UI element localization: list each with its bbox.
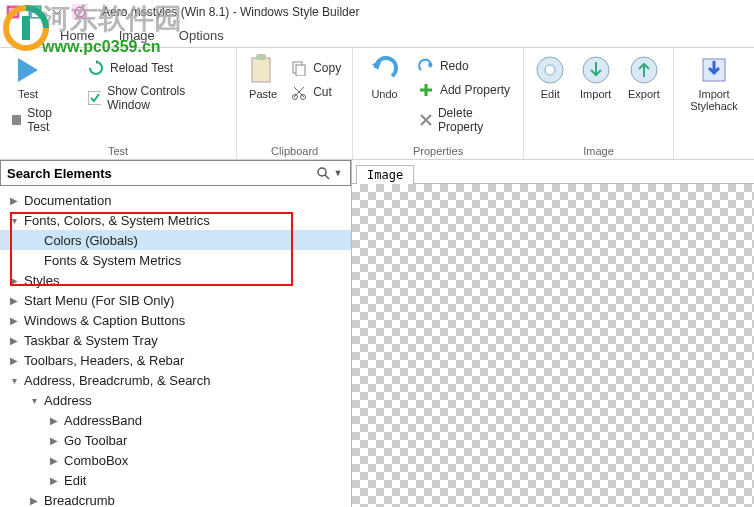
- svg-rect-6: [88, 91, 101, 105]
- tree-item-edit[interactable]: ▶Edit: [0, 470, 351, 490]
- paste-icon: [248, 54, 278, 86]
- workspace: Search Elements ▼ ▶Documentation ▾Fonts,…: [0, 160, 754, 507]
- reload-icon: [88, 60, 104, 76]
- svg-rect-4: [72, 4, 88, 20]
- add-property-button[interactable]: Add Property: [414, 80, 515, 100]
- test-button[interactable]: Test: [8, 52, 48, 102]
- tree-item-breadcrumb[interactable]: ▶Breadcrumb: [0, 490, 351, 507]
- import-image-label: Import: [580, 88, 611, 100]
- stop-test-button[interactable]: Stop Test: [8, 104, 78, 136]
- x-icon: [418, 112, 432, 128]
- group-label-properties: Properties: [361, 143, 515, 157]
- export-icon: [629, 55, 659, 85]
- tree-item-addressband[interactable]: ▶AddressBand: [0, 410, 351, 430]
- right-panel: Image: [352, 160, 754, 507]
- plus-icon: [418, 82, 434, 98]
- tab-options[interactable]: Options: [179, 28, 224, 43]
- svg-rect-7: [252, 58, 270, 82]
- redo-button[interactable]: Redo: [414, 56, 515, 76]
- stop-icon: [12, 115, 21, 125]
- watermark-logo: [2, 4, 50, 52]
- chevron-right-icon: ▶: [8, 275, 20, 286]
- paste-label: Paste: [249, 88, 277, 100]
- export-image-label: Export: [628, 88, 660, 100]
- import-stylehack-button[interactable]: Import Stylehack: [682, 52, 746, 114]
- copy-button[interactable]: Copy: [287, 58, 345, 78]
- undo-label: Undo: [371, 88, 397, 100]
- svg-rect-8: [256, 54, 266, 60]
- tree-item-fonts-system-metrics[interactable]: Fonts & System Metrics: [0, 250, 351, 270]
- chevron-right-icon: ▶: [8, 195, 20, 206]
- stop-test-label: Stop Test: [27, 106, 74, 134]
- show-controls-checkbox[interactable]: Show Controls Window: [84, 82, 228, 114]
- chevron-right-icon: ▶: [8, 315, 20, 326]
- chevron-right-icon: ▶: [48, 475, 60, 486]
- ribbon: Test Stop Test Reload Test Show Controls…: [0, 48, 754, 160]
- tree-item-go-toolbar[interactable]: ▶Go Toolbar: [0, 430, 351, 450]
- ribbon-group-stylehack: Import Stylehack: [674, 48, 754, 159]
- copy-label: Copy: [313, 61, 341, 75]
- search-icon[interactable]: [316, 166, 332, 180]
- tree-item-colors-globals[interactable]: Colors (Globals): [0, 230, 351, 250]
- delete-property-label: Delete Property: [438, 106, 511, 134]
- tab-image[interactable]: Image: [119, 28, 155, 43]
- chevron-right-icon: ▶: [8, 355, 20, 366]
- play-icon: [14, 56, 42, 84]
- ribbon-group-test: Test Stop Test Reload Test Show Controls…: [0, 48, 237, 159]
- import-image-button[interactable]: Import: [575, 52, 617, 102]
- ribbon-group-clipboard: Paste Copy Cut Clipboard: [237, 48, 353, 159]
- undo-icon: [370, 56, 400, 84]
- ribbon-group-image: Edit Import Export Image: [524, 48, 674, 159]
- tree-item-toolbars[interactable]: ▶Toolbars, Headers, & Rebar: [0, 350, 351, 370]
- tree-item-windows-caption[interactable]: ▶Windows & Caption Buttons: [0, 310, 351, 330]
- chevron-down-icon: ▾: [8, 215, 20, 226]
- search-bar[interactable]: Search Elements ▼: [0, 160, 351, 186]
- tree-item-start-menu[interactable]: ▶Start Menu (For SIB Only): [0, 290, 351, 310]
- tree-item-combobox[interactable]: ▶ComboBox: [0, 450, 351, 470]
- reload-test-button[interactable]: Reload Test: [84, 58, 228, 78]
- svg-point-14: [545, 65, 555, 75]
- cut-icon: [291, 84, 307, 100]
- tree-item-styles[interactable]: ▶Styles: [0, 270, 351, 290]
- tab-image-preview[interactable]: Image: [356, 165, 414, 184]
- search-dropdown[interactable]: ▼: [332, 168, 344, 178]
- svg-rect-20: [22, 16, 30, 40]
- chevron-down-icon: ▾: [8, 375, 20, 386]
- search-label: Search Elements: [7, 166, 316, 181]
- export-image-button[interactable]: Export: [623, 52, 665, 102]
- delete-property-button[interactable]: Delete Property: [414, 104, 515, 136]
- group-label-clipboard: Clipboard: [245, 143, 344, 157]
- tree-item-fonts-colors-metrics[interactable]: ▾Fonts, Colors, & System Metrics: [0, 210, 351, 230]
- tree-item-address-breadcrumb[interactable]: ▾Address, Breadcrumb, & Search: [0, 370, 351, 390]
- window-title: Aero.msstyles (Win 8.1) - Windows Style …: [102, 5, 359, 19]
- tab-home[interactable]: Home: [60, 28, 95, 43]
- tree-item-taskbar[interactable]: ▶Taskbar & System Tray: [0, 330, 351, 350]
- paste-button[interactable]: Paste: [245, 52, 281, 102]
- reload-test-label: Reload Test: [110, 61, 173, 75]
- group-label-stylehack: [682, 143, 746, 157]
- chevron-right-icon: ▶: [48, 455, 60, 466]
- qat-dropdown[interactable]: [48, 3, 66, 21]
- right-tabstrip: Image: [352, 160, 754, 184]
- import-icon: [581, 55, 611, 85]
- show-controls-label: Show Controls Window: [107, 84, 224, 112]
- checkbox-checked-icon: [88, 91, 101, 105]
- group-label-image: Image: [532, 143, 665, 157]
- import-stylehack-label: Import Stylehack: [684, 88, 744, 112]
- tree-item-documentation[interactable]: ▶Documentation: [0, 190, 351, 210]
- tree-item-address[interactable]: ▾Address: [0, 390, 351, 410]
- edit-image-button[interactable]: Edit: [532, 52, 569, 102]
- edit-image-label: Edit: [541, 88, 560, 100]
- ribbon-tabstrip: Home Image Options: [0, 24, 754, 48]
- cut-button[interactable]: Cut: [287, 82, 345, 102]
- undo-button[interactable]: Undo: [361, 52, 408, 102]
- copy-icon: [291, 60, 307, 76]
- add-property-label: Add Property: [440, 83, 510, 97]
- svg-rect-10: [296, 65, 305, 76]
- tree-view: ▶Documentation ▾Fonts, Colors, & System …: [0, 186, 351, 507]
- chevron-right-icon: ▶: [28, 495, 40, 506]
- cut-label: Cut: [313, 85, 332, 99]
- svg-point-11: [293, 95, 298, 100]
- group-label-test: Test: [8, 143, 228, 157]
- chevron-right-icon: ▶: [8, 335, 20, 346]
